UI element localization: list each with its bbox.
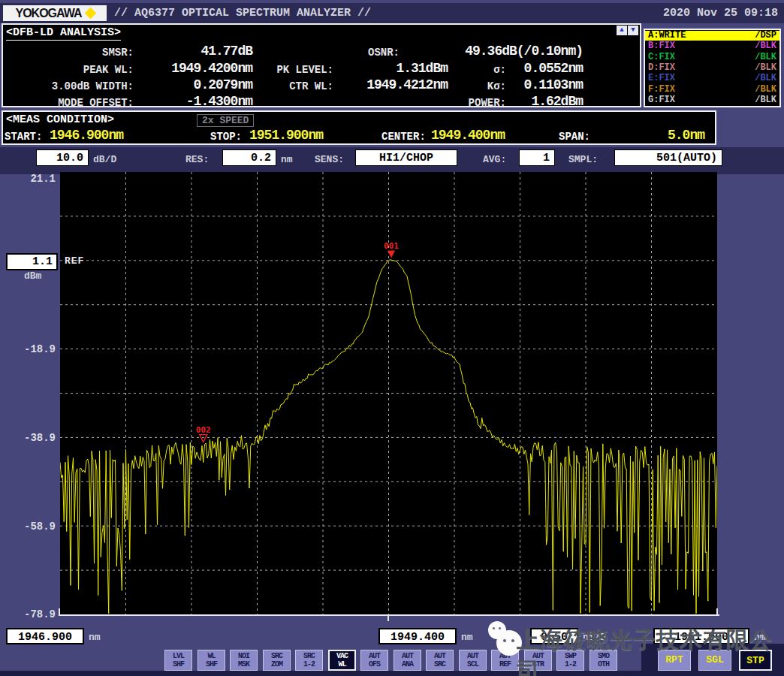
- control-bar: 10.0 dB/D RES: 0.2 nm SENS: HI1/CHOP AVG…: [0, 147, 784, 174]
- softkey-label: SRC: [303, 652, 315, 660]
- dfb-analysis-panel: <DFB-LD ANALYSIS> SMSR: 41.77dB PEAK WL:…: [2, 23, 641, 107]
- datetime: 2020 Nov 25 09:18: [663, 7, 778, 20]
- res-field[interactable]: 0.2: [222, 149, 276, 166]
- start-wl-field[interactable]: 1946.900: [6, 628, 84, 644]
- yokogawa-logo: YOKOGAWA: [3, 5, 107, 21]
- osnr-label: OSNR:: [327, 47, 400, 59]
- mode-offset-label: MODE OFFSET:: [5, 97, 134, 109]
- center-wl-field[interactable]: 1949.400: [378, 628, 457, 644]
- trace-name: C:FIX: [648, 53, 675, 62]
- ref-level-unit: dBm: [24, 270, 41, 282]
- trace-row-a[interactable]: A:WRITE/DSP: [645, 31, 779, 41]
- trace-mode: /BLK: [755, 95, 776, 105]
- yokogawa-logo-text: YOKOGAWA: [15, 7, 81, 20]
- trace-row-e[interactable]: E:FIX/BLK: [645, 74, 779, 83]
- dfb-analysis-heading: <DFB-LD ANALYSIS>: [6, 26, 121, 41]
- softkey-label: SRC: [271, 652, 282, 660]
- softkey-wl-shf[interactable]: WLSHF: [198, 650, 225, 671]
- trace-panel: A:WRITE/DSP B:FIX/BLK C:FIX/BLK D:FIX/BL…: [644, 29, 781, 107]
- level-scale-unit: dB/D: [93, 154, 116, 165]
- softkey-label: WL: [207, 652, 215, 660]
- softkey-label: LVL: [173, 652, 184, 660]
- softkey-label: AUT: [434, 652, 445, 660]
- trace-row-g[interactable]: G:FIX/BLK: [645, 95, 779, 105]
- logo-diamond-icon: [84, 8, 96, 20]
- smpl-field[interactable]: 501(AUTO): [614, 149, 722, 166]
- softkey-label: OFS: [369, 660, 380, 668]
- trace-name: A:WRITE: [648, 31, 686, 41]
- avg-label: AVG:: [483, 154, 506, 165]
- trace-mode: /BLK: [755, 63, 776, 73]
- trace-mode: /BLK: [755, 41, 776, 51]
- softkey-aut-ofs[interactable]: AUTOFS: [360, 650, 388, 671]
- level-scale-field[interactable]: 10.0: [36, 149, 89, 166]
- speed-badge: 2x SPEED: [197, 114, 254, 127]
- ref-level-field[interactable]: 1.1: [6, 253, 58, 270]
- title-bar: YOKOGAWA // AQ6377 OPTICAL SPECTRUM ANAL…: [0, 3, 784, 23]
- center-wl-unit: nm: [461, 632, 473, 643]
- x-axis-tick-left: [59, 608, 60, 614]
- start-label: START:: [5, 131, 42, 143]
- softkey-vac-wl[interactable]: VACWL: [328, 650, 356, 671]
- softkey-aut-ana[interactable]: AUTANA: [394, 650, 421, 671]
- app-title: // AQ6377 OPTICAL SPECTRUM ANALYZER //: [114, 7, 371, 20]
- softkey-label: NOI: [238, 652, 249, 660]
- scroll-down-button[interactable]: ▼: [628, 26, 638, 35]
- width-3db-label: 3.00dB WIDTH:: [5, 80, 134, 92]
- softkey-label: MSK: [238, 660, 249, 668]
- stop-value: 1951.900nm: [249, 128, 323, 143]
- x-axis-line: [59, 614, 719, 616]
- osa-screen: YOKOGAWA // AQ6377 OPTICAL SPECTRUM ANAL…: [0, 0, 784, 676]
- smpl-label: SMPL:: [568, 154, 598, 165]
- scroll-up-button[interactable]: ▲: [617, 26, 627, 35]
- softkey-label: SCL: [467, 660, 478, 668]
- trace-name: B:FIX: [648, 41, 675, 51]
- trace-mode: /BLK: [755, 74, 776, 83]
- res-unit: nm: [281, 154, 293, 165]
- peak-wl-value: 1949.4200nm: [137, 61, 252, 76]
- trace-row-b[interactable]: B:FIX/BLK: [645, 41, 779, 51]
- meas-condition-panel: <MEAS CONDITION> 2x SPEED START: 1946.90…: [2, 110, 716, 145]
- softkey-lvl-shf[interactable]: LVLSHF: [164, 650, 192, 671]
- softkey-src-1-2[interactable]: SRC1-2: [295, 650, 323, 671]
- sens-field[interactable]: HI1/CHOP: [355, 149, 457, 166]
- trace-row-d[interactable]: D:FIX/BLK: [645, 63, 779, 73]
- y-axis-label-4: -78.9: [20, 608, 56, 620]
- meas-condition-heading: <MEAS CONDITION>: [6, 113, 114, 126]
- softkey-label: 1-2: [303, 660, 315, 668]
- trace-row-c[interactable]: C:FIX/BLK: [645, 53, 779, 62]
- softkey-label: SHF: [206, 660, 217, 668]
- center-label: CENTER:: [381, 131, 426, 143]
- y-axis-label-1: -18.9: [20, 343, 56, 355]
- softkey-aut-scl[interactable]: AUTSCL: [459, 650, 487, 671]
- avg-field[interactable]: 1: [519, 149, 555, 166]
- ref-marker-text: REF: [65, 255, 84, 267]
- softkey-src-zom[interactable]: SRCZOM: [263, 650, 291, 671]
- ksigma-value: 0.1103nm: [448, 77, 583, 92]
- trace-mode: /DSP: [755, 31, 776, 41]
- svg-text:002: 002: [196, 425, 211, 435]
- osnr-value: 49.36dB(/0.10nm): [421, 44, 583, 59]
- x-axis-tick-right: [716, 608, 718, 614]
- trace-name: D:FIX: [648, 63, 675, 73]
- start-value: 1946.900nm: [50, 128, 123, 143]
- softkey-noi-msk[interactable]: NOIMSK: [230, 650, 258, 671]
- svg-text:001: 001: [384, 241, 399, 251]
- softkey-label: AUT: [467, 652, 478, 660]
- res-label: RES:: [185, 154, 209, 165]
- smsr-value: 41.77dB: [137, 44, 252, 59]
- stop-label: STOP:: [210, 131, 242, 143]
- y-axis-label-top: 21.1: [20, 173, 56, 185]
- start-wl-unit: nm: [89, 632, 101, 643]
- softkey-label: REF: [499, 660, 511, 668]
- softkey-label: ZOM: [271, 660, 282, 668]
- sens-label: SENS:: [315, 154, 344, 165]
- trace-row-f[interactable]: F:FIX/BLK: [645, 85, 779, 95]
- center-value: 1949.400nm: [431, 128, 505, 143]
- spectrum-plot: 001002: [60, 172, 717, 614]
- watermark-text: 上海筱晓光子技术有限公司: [517, 625, 784, 676]
- width-3db-value: 0.2079nm: [137, 77, 252, 92]
- trace-name: G:FIX: [648, 95, 675, 105]
- softkey-label: VAC: [336, 652, 348, 660]
- softkey-aut-src[interactable]: AUTSRC: [426, 650, 454, 671]
